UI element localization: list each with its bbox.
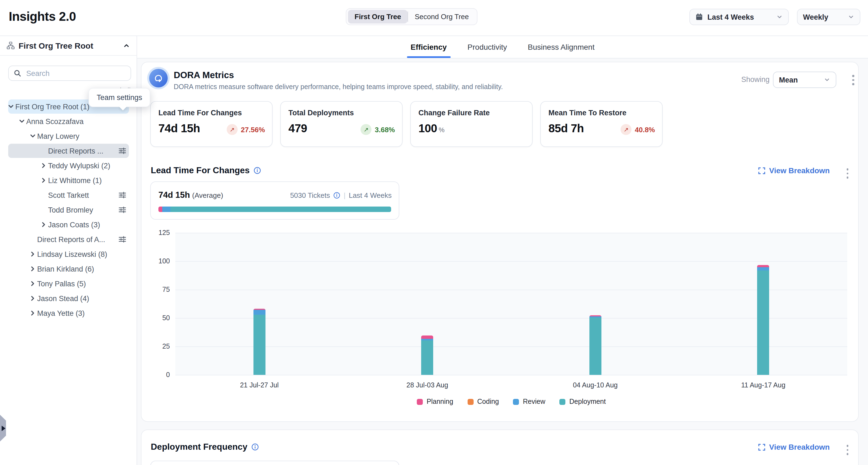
legend-label: Deployment [569,398,606,405]
legend-item-deployment[interactable]: Deployment [560,398,606,405]
tab-productivity[interactable]: Productivity [468,35,507,58]
chevron-down-icon [848,14,854,20]
metric-value: 100% [418,122,444,135]
tree-item-jason-coats-3[interactable]: Jason Coats (3) [0,217,136,232]
legend-label: Review [523,398,546,405]
metric-card-mean-time-to-restore: Mean Time To Restore85d 7h↗40.8% [540,101,662,147]
tree-item-maya-yette-3[interactable]: Maya Yette (3) [0,306,136,321]
org-tree-toggle[interactable]: First Org TreeSecond Org Tree [346,8,478,25]
info-icon[interactable] [251,443,259,451]
info-icon[interactable] [253,167,261,174]
stacked-bar-11-aug-17-aug[interactable] [757,265,769,375]
granularity-dropdown[interactable]: Weekly [797,9,860,25]
bar-segment-planning [757,265,769,268]
y-tick-label: 50 [142,314,170,322]
org-tree-sidebar: First Org Tree Root Expand All First Org… [0,35,137,465]
dora-cycle-icon [149,69,168,87]
showing-value: Mean [779,76,798,84]
average-label: (Average) [192,191,223,199]
chevron-down-icon[interactable] [7,103,15,111]
delta-percent: 27.56% [241,125,265,133]
org-toggle-option-second-org-tree[interactable]: Second Org Tree [408,10,475,24]
org-toggle-option-first-org-tree[interactable]: First Org Tree [348,10,408,24]
chevron-right-icon[interactable] [29,250,37,258]
team-settings-icon[interactable] [119,191,126,199]
metric-value: 85d 7h [549,122,584,135]
bar-segment-planning [422,336,433,339]
chevron-right-icon[interactable] [29,280,37,287]
view-breakdown-label: View Breakdown [769,166,830,175]
chevron-down-icon [824,76,830,83]
team-settings-icon[interactable] [119,147,126,155]
deployment-menu-kebab-icon[interactable] [845,444,849,456]
chevron-right-icon[interactable] [29,309,37,317]
showing-mean-dropdown[interactable]: Mean [773,71,836,88]
metric-delta: ↗3.68% [361,124,395,135]
app-title: Insights 2.0 [9,9,76,24]
tab-efficiency[interactable]: Efficiency [410,35,446,58]
lead-time-average: 74d 15h(Average) [158,190,223,200]
tab-business-alignment[interactable]: Business Alignment [528,35,594,58]
gridline [175,261,847,262]
lead-time-menu-kebab-icon[interactable] [845,167,849,180]
y-tick-label: 100 [142,257,170,266]
tree-item-scott-tarkett[interactable]: Scott Tarkett [0,188,136,203]
tree-item-tony-pallas-5[interactable]: Tony Pallas (5) [0,277,136,291]
calendar-icon [695,13,703,21]
chevron-right-icon[interactable] [40,162,48,169]
date-range-dropdown[interactable]: Last 4 Weeks [689,9,789,25]
metric-unit: % [439,126,444,134]
lead-time-section-title: Lead Time For Changes [151,165,261,176]
stacked-bar-04-aug-10-aug[interactable] [589,315,601,375]
tree-item-direct-reports-of-a[interactable]: Direct Reports of A... [0,232,136,247]
deployment-frequency-section: Deployment Frequency View Breakdown [141,430,859,465]
tree-item-jason-stead-4[interactable]: Jason Stead (4) [0,291,136,306]
legend-item-planning[interactable]: Planning [417,398,453,405]
team-settings-icon[interactable] [119,206,126,214]
delta-percent: 40.8% [635,125,655,133]
deployment-summary-card [150,461,399,465]
chevron-right-icon[interactable] [29,265,37,273]
chevron-up-icon[interactable] [123,42,130,49]
tree-item-lindsay-liszewski-8[interactable]: Lindsay Liszewski (8) [0,247,136,262]
metric-card-change-failure-rate: Change Failure Rate100% [410,101,533,147]
tree-item-label: Tony Pallas (5) [37,279,86,288]
tree-item-direct-reports[interactable]: Direct Reports ... [0,144,136,158]
legend-item-coding[interactable]: Coding [467,398,499,405]
team-settings-icon[interactable] [119,236,126,243]
info-icon[interactable] [333,192,340,199]
deployment-view-breakdown-button[interactable]: View Breakdown [758,443,830,451]
search-input[interactable] [25,69,126,78]
tree-item-mary-lowery[interactable]: Mary Lowery [0,129,136,144]
lead-time-view-breakdown-button[interactable]: View Breakdown [758,166,830,175]
chevron-right-icon[interactable] [40,221,48,228]
tree-item-brian-kirkland-6[interactable]: Brian Kirkland (6) [0,262,136,277]
tree-item-liz-whittome-1[interactable]: Liz Whittome (1) [0,173,136,188]
dora-metrics-section: DORA Metrics DORA metrics measure softwa… [141,62,859,422]
tree-item-label: Scott Tarkett [48,191,89,199]
org-tree-icon [6,41,15,50]
dora-title: DORA Metrics [174,70,234,80]
legend-item-review[interactable]: Review [513,398,546,405]
tree-item-label: Jason Stead (4) [37,294,89,303]
chevron-right-icon[interactable] [29,294,37,302]
stacked-bar-21-jul-27-jul[interactable] [253,309,266,375]
chevron-down-icon[interactable] [18,118,26,125]
tree-item-todd-bromley[interactable]: Todd Bromley [0,203,136,217]
sidebar-header[interactable]: First Org Tree Root [0,35,136,56]
search-icon [14,69,21,77]
dora-menu-kebab-icon[interactable] [851,74,855,86]
tree-item-label: First Org Tree Root (1) [15,102,90,111]
chevron-right-icon[interactable] [40,177,48,184]
tree-item-teddy-wylupski-2[interactable]: Teddy Wylupski (2) [0,158,136,173]
granularity-value: Weekly [803,13,828,21]
tree-item-label: Lindsay Liszewski (8) [37,250,107,258]
metric-title: Change Failure Rate [418,109,490,117]
stacked-bar-28-jul-03-aug[interactable] [422,336,433,375]
y-tick-label: 25 [142,342,170,351]
tree-item-anna-scozzafava[interactable]: Anna Scozzafava [0,114,136,129]
distribution-segment-planning [158,207,162,212]
chevron-down-icon[interactable] [29,132,37,140]
average-value: 74d 15h [158,190,190,199]
gridline [175,318,847,318]
